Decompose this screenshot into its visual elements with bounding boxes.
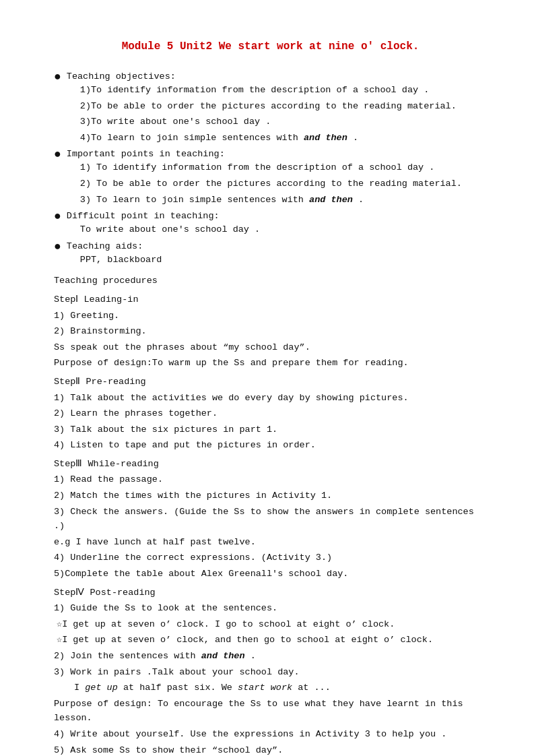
step4-2-suffix: . xyxy=(245,651,256,661)
step4-3b: Purpose of design: To encourage the Ss t… xyxy=(54,697,487,726)
step4-star1: ☆I get up at seven o’ clock. I go to sch… xyxy=(57,617,487,632)
step3-item-2: 2) Match the times with the pictures in … xyxy=(54,489,487,503)
imp-3-suffix: . xyxy=(353,195,364,205)
step3-header: StepⅢ While-reading xyxy=(54,457,487,472)
page-title: Module 5 Unit2 We start work at nine o' … xyxy=(54,40,487,53)
difficult-point-text: To write about one's school day . xyxy=(80,222,487,237)
step3-item-3: 3) Check the answers. (Guide the Ss to s… xyxy=(54,505,487,534)
obj-item-1: 1)To identify information from the descr… xyxy=(80,83,487,98)
important-points-label: Important points in teaching: xyxy=(67,149,487,159)
step4-3a: I get up at half past six. We start work… xyxy=(74,681,487,695)
important-points-content: Important points in teaching: 1) To iden… xyxy=(67,149,487,208)
step4-3a-mid: at half past six. We xyxy=(123,683,232,693)
difficult-point-section: ● Difficult point in teaching: To write … xyxy=(54,211,487,239)
step4-star2: ☆I get up at seven o’ clock, and then go… xyxy=(57,633,487,648)
important-points-section: ● Important points in teaching: 1) To id… xyxy=(54,149,487,208)
obj-item-3: 3)To write about one's school day . xyxy=(80,115,487,129)
obj-item-4: 4)To learn to join simple sentences with… xyxy=(80,131,487,146)
imp-item-1: 1) To identify information from the desc… xyxy=(80,160,487,175)
difficult-point-detail: To write about one's school day . xyxy=(80,222,487,237)
step4-item-5: 5) Ask some Ss to show their “school day… xyxy=(54,743,487,756)
step1-item-1: 1) Greeting. xyxy=(54,309,487,323)
teaching-aids-section: ● Teaching aids: PPT, blackboard xyxy=(54,241,487,269)
teaching-objectives-label: Teaching objectives: xyxy=(67,71,487,82)
difficult-point-label: Difficult point in teaching: xyxy=(67,211,487,221)
step2-header: StepⅡ Pre-reading xyxy=(54,375,487,389)
step1-note2: Purpose of design:To warm up the Ss and … xyxy=(54,356,487,371)
step4-item-1: 1) Guide the Ss to look at the sentences… xyxy=(54,601,487,616)
imp-3-bold: and then xyxy=(309,195,353,205)
important-points-list: 1) To identify information from the desc… xyxy=(80,160,487,207)
step4-3a-italic1: get up xyxy=(85,683,118,693)
teaching-objectives-section: ● Teaching objectives: 1)To identify inf… xyxy=(54,71,487,146)
teaching-objectives-content: Teaching objectives: 1)To identify infor… xyxy=(67,71,487,146)
step2-item-2: 2) Learn the phrases together. xyxy=(54,406,487,421)
step1-item-2: 2) Brainstorming. xyxy=(54,324,487,339)
bullet-dot-2: ● xyxy=(54,148,61,161)
step2-item-1: 1) Talk about the activities we do every… xyxy=(54,391,487,406)
step3-item-4: 4) Underline the correct expressions. (A… xyxy=(54,550,487,565)
step4-item-4: 4) Write about yourself. Use the express… xyxy=(54,727,487,742)
teaching-aids-label: Teaching aids: xyxy=(67,241,487,251)
step3-eg: e.g I have lunch at half past twelve. xyxy=(54,535,487,550)
step2-item-4: 4) Listen to tape and put the pictures i… xyxy=(54,438,487,453)
imp-3-text: 3) To learn to join simple sentences wit… xyxy=(80,195,304,205)
step2-item-3: 3) Talk about the six pictures in part 1… xyxy=(54,422,487,437)
step4-3a-prefix: I xyxy=(74,683,79,693)
imp-item-3: 3) To learn to join simple sentences wit… xyxy=(80,193,487,208)
teaching-aids-detail: PPT, blackboard xyxy=(80,253,487,267)
step4-3a-italic2: start work xyxy=(238,683,292,693)
obj-4-suffix: . xyxy=(347,133,358,143)
step4-2-bold: and then xyxy=(201,651,245,661)
teaching-procedures: Teaching procedures StepⅠ Leading-in 1) … xyxy=(54,274,487,756)
procedures-label: Teaching procedures xyxy=(54,274,487,288)
step3-item-5: 5)Complete the table about Alex Greenall… xyxy=(54,567,487,581)
step3-item-1: 1) Read the passage. xyxy=(54,472,487,487)
teaching-aids-text: PPT, blackboard xyxy=(80,253,487,267)
difficult-point-content: Difficult point in teaching: To write ab… xyxy=(67,211,487,239)
step1-header: StepⅠ Leading-in xyxy=(54,292,487,307)
bullet-dot-1: ● xyxy=(54,70,61,84)
step1-note1: Ss speak out the phrases about “my schoo… xyxy=(54,340,487,355)
step4-2-prefix: 2) Join the sentences with xyxy=(54,651,196,661)
obj-4-bold: and then xyxy=(304,133,347,143)
imp-item-2: 2) To be able to order the pictures acco… xyxy=(80,177,487,191)
step4-item-3: 3) Work in pairs .Talk about your school… xyxy=(54,665,487,680)
teaching-objectives-list: 1)To identify information from the descr… xyxy=(80,83,487,145)
step4-header: StepⅣ Post-reading xyxy=(54,586,487,600)
teaching-aids-content: Teaching aids: PPT, blackboard xyxy=(67,241,487,269)
bullet-dot-4: ● xyxy=(54,240,61,253)
step4-item-2: 2) Join the sentences with and then . xyxy=(54,649,487,664)
bullet-dot-3: ● xyxy=(54,210,61,223)
obj-4-text: 4)To learn to join simple sentences with xyxy=(80,133,298,143)
obj-item-2: 2)To be able to order the pictures accor… xyxy=(80,99,487,114)
step4-3a-suffix: at ... xyxy=(298,683,331,693)
